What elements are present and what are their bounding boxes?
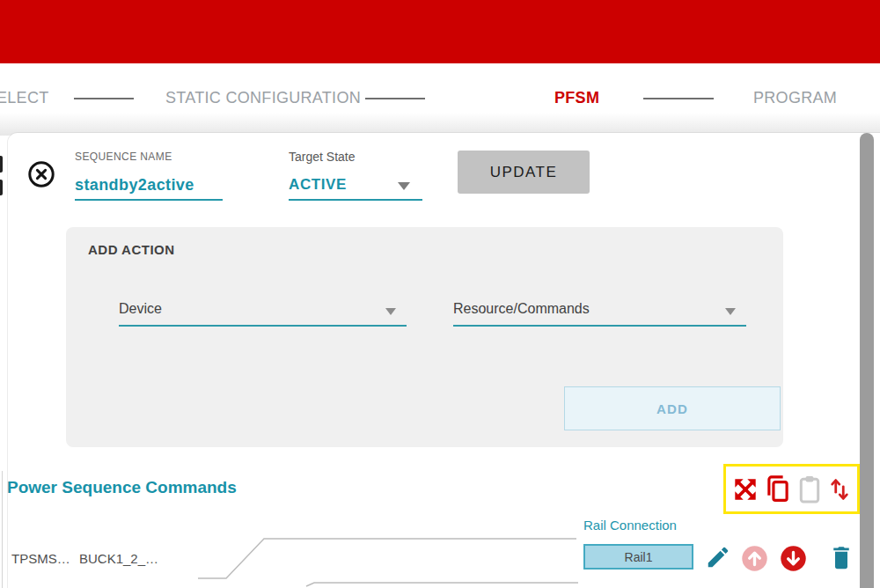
dropdown-arrow-icon: [398, 182, 410, 190]
target-state-select[interactable]: ACTIVE: [289, 176, 422, 199]
pencil-icon: [705, 544, 731, 570]
stepper-step-select[interactable]: ELECT: [0, 89, 49, 107]
power-sequence-commands-title: Power Sequence Commands: [7, 478, 237, 497]
vertical-scrollbar-thumb[interactable]: [860, 133, 874, 588]
trash-icon: [829, 543, 854, 570]
resource-commands-dropdown[interactable]: Resource/Commands: [453, 301, 746, 322]
target-state-value: ACTIVE: [289, 176, 347, 193]
arrow-down-circle-icon: [780, 545, 807, 572]
clipboard-icon: [797, 474, 822, 505]
stepper-connector: [365, 98, 425, 99]
edit-rail-button[interactable]: [704, 543, 732, 571]
app-header-bar: [0, 0, 880, 63]
sort-button[interactable]: [828, 474, 851, 504]
arrows-up-down-icon: [829, 475, 850, 503]
close-icon: [26, 159, 56, 189]
target-state-label: Target State: [289, 150, 356, 164]
copy-icon: [764, 474, 792, 505]
clipped-background-content: [0, 156, 3, 173]
expand-arrows-icon: [733, 477, 758, 502]
stepper-connector: [643, 98, 714, 99]
paste-button[interactable]: [796, 474, 823, 505]
stepper-step-program[interactable]: PROGRAM: [753, 89, 837, 107]
target-state-underline: [289, 199, 422, 201]
add-action-title: ADD ACTION: [88, 242, 175, 257]
dropdown-arrow-icon: [725, 308, 736, 315]
rail-connection-chip: Rail1: [583, 544, 693, 570]
expand-button[interactable]: [732, 475, 759, 503]
device-underline: [119, 325, 407, 327]
rail-chip-label: Rail1: [625, 550, 653, 564]
move-up-button[interactable]: [741, 545, 768, 572]
resource-commands-underline: [453, 325, 746, 327]
move-down-button[interactable]: [780, 545, 807, 572]
stepper-step-pfsm[interactable]: PFSM: [554, 89, 599, 107]
update-button[interactable]: UPDATE: [458, 151, 590, 194]
device-dropdown[interactable]: Device: [119, 301, 407, 322]
resource-commands-label: Resource/Commands: [453, 301, 590, 316]
close-sequence-button[interactable]: [26, 159, 56, 189]
sequence-name-label: SEQUENCE NAME: [75, 151, 172, 163]
stepper-connector: [74, 98, 134, 99]
delete-row-button[interactable]: [828, 542, 854, 571]
stepper-step-static-configuration[interactable]: STATIC CONFIGURATION: [165, 89, 361, 107]
dropdown-arrow-icon: [385, 308, 396, 315]
sequence-toolbar-highlight: [723, 464, 860, 514]
arrow-up-circle-icon: [741, 545, 768, 572]
device-dropdown-label: Device: [119, 301, 162, 316]
sequence-name-input[interactable]: standby2active: [75, 176, 194, 195]
add-button[interactable]: ADD: [564, 386, 781, 430]
pfsm-configuration-screen: ELECT STATIC CONFIGURATION PFSM PROGRAM …: [0, 0, 880, 588]
copy-button[interactable]: [764, 474, 792, 505]
sequence-name-underline: [75, 199, 223, 201]
clipped-background-content: [0, 180, 3, 195]
